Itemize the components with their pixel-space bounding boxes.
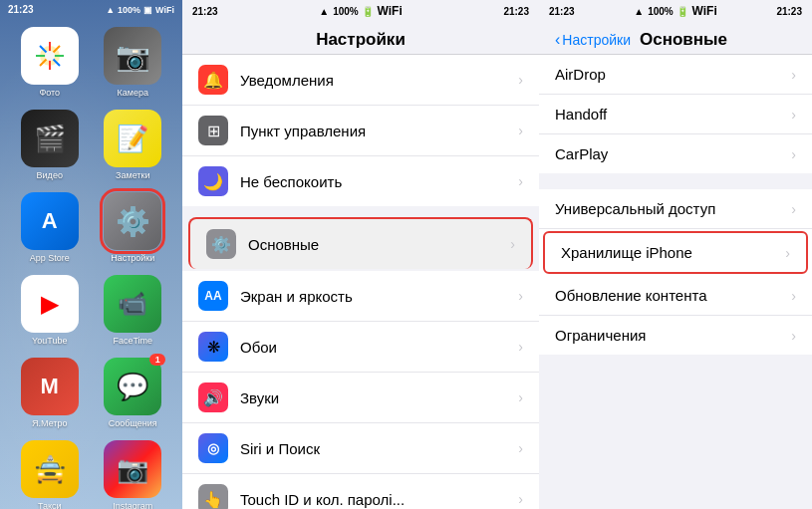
- app-label-notes: Заметки: [116, 170, 149, 180]
- donotdisturb-icon: 🌙: [198, 166, 228, 196]
- detail-item-accessibility[interactable]: Универсальный доступ ›: [539, 189, 812, 229]
- time-right2: 21:23: [776, 6, 802, 17]
- accessibility-chevron: ›: [791, 201, 796, 217]
- app-label-video: Видео: [37, 170, 63, 180]
- settings-highlight-border: [100, 188, 165, 254]
- siri-label: Siri и Поиск: [240, 440, 518, 457]
- settings-item-touchid[interactable]: 👆 Touch ID и кол. паролi... ›: [182, 474, 539, 509]
- home-screen: 21:23 ▲ 100% ▣ WiFi Фото: [0, 0, 182, 509]
- app-video[interactable]: 🎬 Видео: [14, 110, 86, 180]
- sounds-icon: 🔊: [198, 382, 228, 412]
- app-notes[interactable]: 📝 Заметки: [98, 110, 169, 180]
- wifi-left: WiFi: [155, 5, 174, 15]
- app-taxi[interactable]: 🚖 Такси: [14, 440, 86, 509]
- storage-chevron: ›: [785, 245, 790, 261]
- settings-item-sounds[interactable]: 🔊 Звуки ›: [182, 373, 539, 423]
- app-label-messages: Сообщения: [109, 418, 157, 428]
- siri-chevron: ›: [518, 440, 523, 456]
- detail-item-airdrop[interactable]: AirDrop ›: [539, 55, 812, 95]
- back-chevron-icon: ‹: [555, 31, 560, 49]
- notifications-label: Уведомления: [240, 72, 518, 89]
- app-icon-messages: 💬 1: [104, 358, 161, 415]
- app-photos[interactable]: Фото: [14, 27, 86, 98]
- settings-item-donotdisturb[interactable]: 🌙 Не беспокоить ›: [182, 156, 539, 206]
- status-icons-right: ▲ 100% 🔋 WiFi: [634, 4, 716, 18]
- handoff-chevron: ›: [791, 107, 796, 123]
- settings-item-notifications[interactable]: 🔔 Уведомления ›: [182, 55, 539, 106]
- time-middle2: 21:23: [503, 6, 529, 17]
- app-icon-photos: [21, 27, 79, 85]
- back-button[interactable]: ‹ Настройки: [555, 31, 631, 49]
- app-metro[interactable]: М Я.Метро: [14, 358, 86, 428]
- app-camera[interactable]: 📷 Камера: [98, 27, 169, 98]
- wallpaper-label: Обои: [240, 339, 518, 356]
- donotdisturb-label: Не беспокоить: [240, 173, 518, 190]
- time-middle: 21:23: [192, 6, 218, 17]
- sounds-emoji: 🔊: [203, 388, 223, 407]
- display-chevron: ›: [518, 288, 523, 304]
- app-icon-youtube: ▶: [21, 275, 79, 333]
- sounds-label: Звуки: [240, 389, 518, 406]
- app-icon-metro: М: [21, 358, 79, 415]
- wifi-middle: WiFi: [378, 4, 403, 18]
- app-label-metro: Я.Метро: [32, 418, 67, 428]
- status-icons-left: ▲ 100% ▣ WiFi: [106, 5, 174, 15]
- control-icon: ⊞: [198, 116, 228, 145]
- back-label: Настройки: [562, 32, 631, 48]
- detail-item-handoff[interactable]: Handoff ›: [539, 95, 812, 134]
- detail-panel: 21:23 ▲ 100% 🔋 WiFi 21:23 ‹ Настройки Ос…: [539, 0, 812, 509]
- settings-panel: 21:23 ▲ 100% 🔋 WiFi 21:23 Настройки 🔔 Ув…: [182, 0, 539, 509]
- app-label-youtube: YouTube: [32, 336, 67, 346]
- settings-item-siri[interactable]: ◎ Siri и Поиск ›: [182, 423, 539, 474]
- app-icon-notes: 📝: [104, 110, 161, 167]
- camera-emoji: 📷: [116, 40, 150, 73]
- control-emoji: ⊞: [207, 122, 220, 140]
- accessibility-label: Универсальный доступ: [555, 200, 791, 217]
- touchid-label: Touch ID и кол. паролi...: [240, 491, 518, 508]
- settings-item-display[interactable]: AA Экран и яркость ›: [182, 271, 539, 322]
- display-label: Экран и яркость: [240, 288, 518, 305]
- appstore-text: A: [42, 208, 58, 234]
- detail-header: ‹ Настройки Основные: [539, 22, 812, 55]
- sounds-chevron: ›: [518, 389, 523, 405]
- app-facetime[interactable]: 📹 FaceTime: [98, 275, 169, 346]
- app-appstore[interactable]: A App Store: [14, 192, 86, 263]
- app-instagram[interactable]: 📷 Instagram: [98, 440, 169, 509]
- general-icon: ⚙️: [206, 229, 236, 259]
- app-messages[interactable]: 💬 1 Сообщения: [98, 358, 169, 428]
- app-icon-instagram: 📷: [104, 440, 161, 498]
- settings-title: Настройки: [316, 30, 406, 49]
- youtube-icon: ▶: [41, 290, 59, 318]
- settings-item-wallpaper[interactable]: ❋ Обои ›: [182, 322, 539, 373]
- general-label: Основные: [248, 236, 510, 253]
- separator-1: [182, 207, 539, 215]
- settings-item-control[interactable]: ⊞ Пункт управления ›: [182, 106, 539, 156]
- app-label-settings: Настройки: [111, 253, 154, 263]
- touchid-chevron: ›: [518, 491, 523, 507]
- settings-header: Настройки: [182, 22, 539, 55]
- detail-title: Основные: [640, 30, 787, 50]
- messages-badge: 1: [149, 354, 165, 366]
- touchid-emoji: 👆: [203, 490, 223, 509]
- app-youtube[interactable]: ▶ YouTube: [14, 275, 86, 346]
- separator-right: [539, 181, 812, 189]
- battery-pct-left: 100%: [118, 5, 140, 15]
- signal-left: ▲: [106, 5, 115, 15]
- settings-item-general[interactable]: ⚙️ Основные ›: [188, 217, 533, 269]
- battery-icon-left: ▣: [143, 5, 152, 15]
- facetime-emoji: 📹: [118, 290, 147, 318]
- wallpaper-icon: ❋: [198, 332, 228, 362]
- app-label-taxi: Такси: [38, 501, 62, 509]
- airdrop-chevron: ›: [791, 67, 796, 83]
- detail-item-storage[interactable]: Хранилище iPhone ›: [543, 231, 808, 274]
- detail-item-content-update[interactable]: Обновление контента ›: [539, 276, 812, 316]
- app-label-appstore: App Store: [30, 253, 70, 263]
- status-bar-middle: 21:23 ▲ 100% 🔋 WiFi 21:23: [182, 0, 539, 22]
- general-emoji: ⚙️: [211, 235, 231, 254]
- detail-item-restrictions[interactable]: Ограничения ›: [539, 316, 812, 355]
- detail-item-carplay[interactable]: CarPlay ›: [539, 134, 812, 173]
- notifications-chevron: ›: [518, 72, 523, 88]
- svg-point-6: [45, 51, 55, 61]
- app-settings[interactable]: ⚙️ Настройки: [98, 192, 169, 263]
- content-update-chevron: ›: [791, 288, 796, 304]
